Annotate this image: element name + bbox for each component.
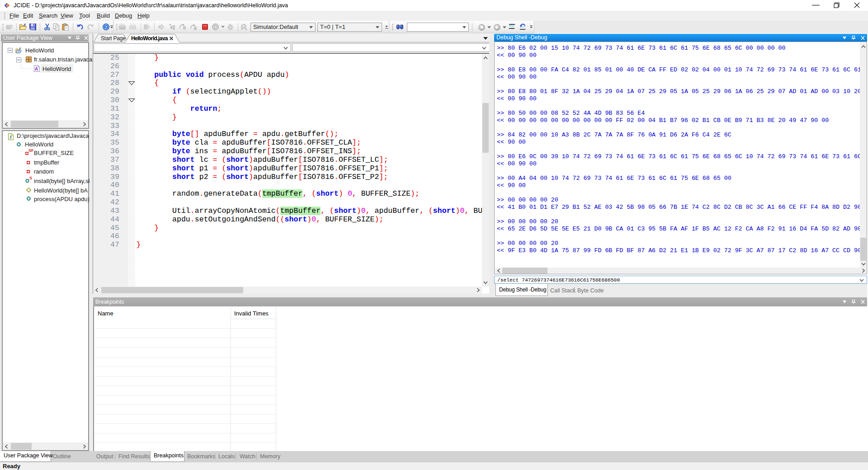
svg-text:S: S [29, 176, 32, 180]
svg-text:?: ? [105, 24, 108, 30]
svg-text:J: J [9, 134, 12, 140]
svg-text:SF: SF [28, 148, 34, 153]
